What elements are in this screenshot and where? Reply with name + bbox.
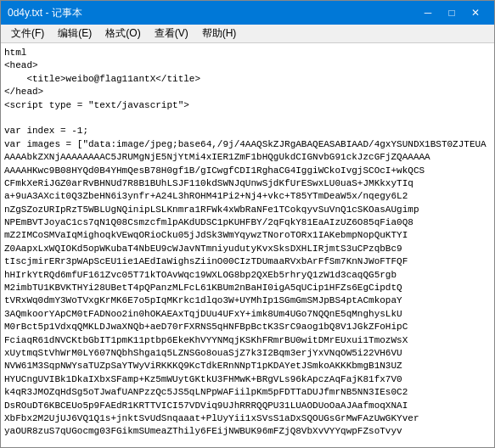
text-content[interactable]: html <head> <title>weibo@flag11antX</tit… — [1, 43, 494, 447]
menu-bar: 文件(F) 编辑(E) 格式(O) 查看(V) 帮助(H) — [1, 25, 494, 43]
menu-help[interactable]: 帮助(H) — [195, 25, 244, 43]
menu-view[interactable]: 查看(V) — [148, 25, 195, 43]
window-controls: ─ □ ✕ — [416, 4, 487, 21]
minimize-button[interactable]: ─ — [416, 4, 440, 21]
menu-edit[interactable]: 编辑(E) — [51, 25, 98, 43]
window-title: 0d4y.txt - 记事本 — [8, 6, 82, 20]
title-bar: 0d4y.txt - 记事本 ─ □ ✕ — [1, 1, 494, 25]
menu-file[interactable]: 文件(F) — [4, 25, 51, 43]
close-button[interactable]: ✕ — [464, 4, 487, 21]
menu-format[interactable]: 格式(O) — [98, 25, 147, 43]
maximize-button[interactable]: □ — [440, 4, 464, 21]
notepad-window: 0d4y.txt - 记事本 ─ □ ✕ 文件(F) 编辑(E) 格式(O) 查… — [0, 0, 495, 448]
